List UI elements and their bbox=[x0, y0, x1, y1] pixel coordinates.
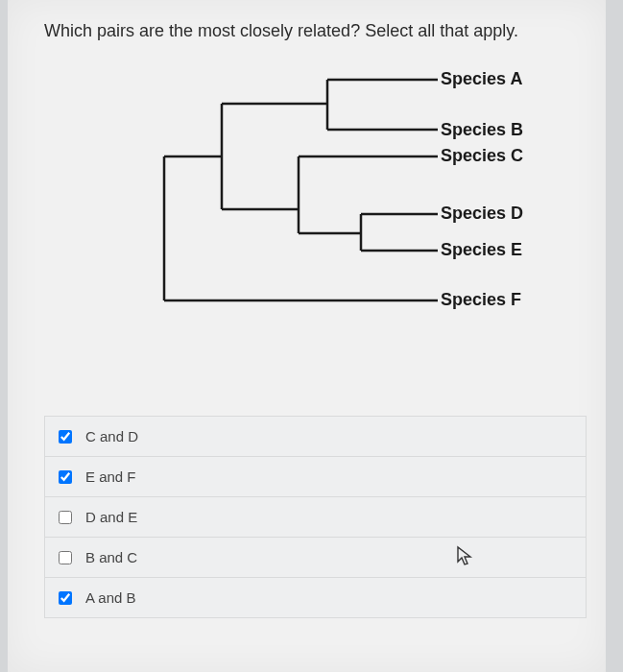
option-e-and-f[interactable]: E and F bbox=[44, 456, 587, 496]
checkbox-d-and-e[interactable] bbox=[59, 511, 72, 524]
checkbox-b-and-c[interactable] bbox=[59, 551, 72, 564]
option-label: D and E bbox=[85, 509, 137, 525]
option-c-and-d[interactable]: C and D bbox=[44, 416, 587, 456]
answer-options: C and D E and F D and E B and C A and B bbox=[44, 416, 587, 618]
tree-diagram-svg bbox=[155, 70, 443, 320]
species-e-label: Species E bbox=[441, 240, 522, 260]
checkbox-c-and-d[interactable] bbox=[59, 430, 72, 444]
checkbox-a-and-b[interactable] bbox=[59, 591, 72, 605]
phylogenetic-tree: Species A Species B Species C Species D … bbox=[155, 70, 577, 339]
species-d-label: Species D bbox=[441, 204, 523, 224]
option-label: A and B bbox=[85, 589, 136, 606]
option-label: B and C bbox=[85, 549, 137, 565]
option-a-and-b[interactable]: A and B bbox=[44, 577, 587, 618]
option-label: E and F bbox=[85, 468, 136, 485]
question-text: Which pairs are the most closely related… bbox=[44, 21, 587, 41]
species-c-label: Species C bbox=[441, 146, 523, 166]
option-b-and-c[interactable]: B and C bbox=[44, 537, 587, 577]
species-b-label: Species B bbox=[441, 120, 523, 140]
option-d-and-e[interactable]: D and E bbox=[44, 496, 587, 537]
species-a-label: Species A bbox=[441, 69, 522, 89]
worksheet-page: Which pairs are the most closely related… bbox=[8, 0, 606, 672]
option-label: C and D bbox=[85, 428, 138, 444]
species-f-label: Species F bbox=[441, 290, 521, 310]
checkbox-e-and-f[interactable] bbox=[59, 470, 72, 484]
